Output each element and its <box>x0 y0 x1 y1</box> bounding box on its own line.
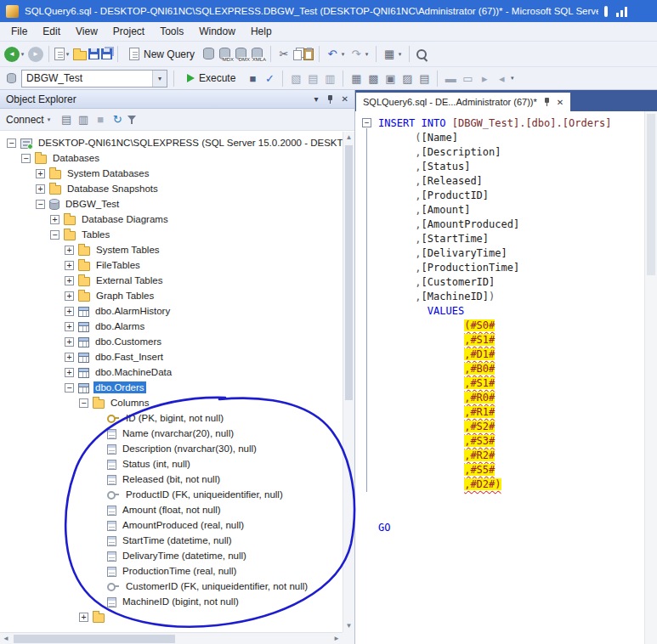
new-file-dropdown[interactable]: ▾ <box>64 46 71 63</box>
connect-button[interactable]: Connect ▾ <box>6 114 50 126</box>
disconnect-server-button[interactable]: ▥ <box>76 111 91 128</box>
tab-sqlquery6[interactable]: SQLQuery6.sql - DE...Administrator (67))… <box>356 93 570 111</box>
expand-icon[interactable]: + <box>65 368 74 377</box>
nav-back-button[interactable]: ◄ <box>4 47 20 62</box>
estimated-plan-button[interactable]: ▧ <box>288 70 303 87</box>
expand-icon[interactable]: + <box>65 307 74 316</box>
tree-item-filetables[interactable]: +FileTables <box>0 257 343 273</box>
scroll-left-icon[interactable]: ◄ <box>0 633 12 644</box>
nav-forward-button[interactable]: ► <box>28 47 43 62</box>
collapse-icon[interactable]: − <box>21 154 31 163</box>
undo-button[interactable]: ↶ <box>325 46 340 63</box>
live-stats-button[interactable]: ▩ <box>365 70 381 87</box>
collapse-icon[interactable]: − <box>36 200 45 209</box>
tree-item-dbo-orders[interactable]: −dbo.Orders <box>0 380 343 395</box>
toolbar-overflow-dropdown[interactable]: ▾ <box>508 70 516 87</box>
refresh-button[interactable]: ↻ <box>110 111 125 128</box>
expand-icon[interactable]: + <box>36 184 45 194</box>
tree-item-dbo-fast-insert[interactable]: +dbo.Fast_Insert <box>0 349 343 364</box>
signal-bars-icon[interactable] <box>616 6 627 17</box>
expand-icon[interactable]: + <box>65 291 74 301</box>
tree-item[interactable]: + <box>0 609 343 624</box>
expand-icon[interactable]: + <box>65 261 74 270</box>
indent-button[interactable]: ▸ <box>477 70 492 87</box>
query-options-button[interactable]: ▤ <box>305 70 320 87</box>
stop-button[interactable]: ■ <box>93 111 108 128</box>
tree-item-starttime-datetime-null[interactable]: StartTime (datetime, null) <box>0 533 343 548</box>
collapse-icon[interactable]: − <box>50 230 59 240</box>
menu-item-edit[interactable]: Edit <box>35 23 68 40</box>
expand-icon[interactable]: + <box>65 246 74 255</box>
expand-icon[interactable]: + <box>79 613 88 622</box>
tree-item-delivarytime-datetime-null[interactable]: DelivaryTime (datetime, null) <box>0 548 343 563</box>
parse-button[interactable]: ✓ <box>262 70 277 87</box>
cut-button[interactable]: ✂ <box>276 46 292 63</box>
save-all-button[interactable] <box>101 48 112 59</box>
uncomment-button[interactable]: ▭ <box>460 70 475 87</box>
tree-item-released-bit-not-null[interactable]: Released (bit, not null) <box>0 472 343 487</box>
expand-icon[interactable]: + <box>65 353 74 362</box>
expand-icon[interactable]: + <box>36 169 45 178</box>
code-editor[interactable]: − INSERT INTO [DBGW_Test].[dbo].[Orders]… <box>355 111 644 644</box>
redo-button[interactable]: ↷ <box>348 46 364 63</box>
tree-item-database-snapshots[interactable]: +Database Snapshots <box>0 181 343 196</box>
tree-item-customerid-fk-uniqueidentifier-n[interactable]: CustomerID (FK, uniqueidentifier, not nu… <box>0 579 343 594</box>
chevron-down-icon[interactable]: ▾ <box>314 94 319 104</box>
tree-item-desktop-qni61nc-sqlexpress-sql-s[interactable]: −DESKTOP-QNI61NC\SQLEXPRESS (SQL Server … <box>0 135 343 150</box>
expand-icon[interactable]: + <box>65 276 74 285</box>
paste-button[interactable] <box>303 48 314 60</box>
activity-monitor-button[interactable]: ▦ <box>382 46 397 63</box>
expand-icon[interactable]: + <box>50 215 59 224</box>
close-icon[interactable]: ✕ <box>557 98 564 107</box>
tree-item-graph-tables[interactable]: +Graph Tables <box>0 288 343 303</box>
tree-item-system-tables[interactable]: +System Tables <box>0 242 343 257</box>
menu-item-tools[interactable]: Tools <box>152 23 191 40</box>
object-explorer-horizontal-scrollbar[interactable]: ◄ ► <box>0 632 343 644</box>
save-button[interactable] <box>88 48 99 59</box>
outdent-button[interactable]: ◂ <box>494 70 509 87</box>
expand-icon[interactable]: + <box>65 322 74 331</box>
scroll-right-icon[interactable]: ► <box>331 633 343 644</box>
menu-item-file[interactable]: File <box>3 23 35 40</box>
tree-item-id-pk-bigint-not-null[interactable]: ID (PK, bigint, not null) <box>0 410 343 426</box>
toolbar-options-dropdown[interactable]: ▾ <box>396 46 404 63</box>
collapse-icon[interactable]: − <box>7 138 16 148</box>
database-engine-query-button[interactable] <box>202 46 217 62</box>
scroll-down-icon[interactable]: ▼ <box>343 620 354 632</box>
undo-dropdown[interactable]: ▾ <box>339 46 347 63</box>
filter-button[interactable] <box>127 114 139 126</box>
pin-icon[interactable] <box>543 97 551 107</box>
analysis-xmla-query-button[interactable]: XMLA <box>251 46 265 62</box>
tree-item-description-nvarchar-30-null[interactable]: Description (nvarchar(30), null) <box>0 441 343 456</box>
tree-item-name-nvarchar-20-null[interactable]: Name (nvarchar(20), null) <box>0 426 343 441</box>
results-to-file-button[interactable]: ▤ <box>416 70 432 87</box>
tree-item-database-diagrams[interactable]: +Database Diagrams <box>0 212 343 227</box>
results-to-text-button[interactable]: ▣ <box>382 70 398 87</box>
tree-item-external-tables[interactable]: +External Tables <box>0 273 343 288</box>
tree-item-databases[interactable]: −Databases <box>0 150 343 166</box>
tree-item-dbo-alarms[interactable]: +dbo.Alarms <box>0 319 343 334</box>
tree-item-dbo-machinedata[interactable]: +dbo.MachineData <box>0 364 343 380</box>
tree-item-dbgw-test[interactable]: −DBGW_Test <box>0 196 343 212</box>
object-explorer-vertical-scrollbar[interactable]: ▲ ▼ <box>343 132 354 632</box>
open-file-button[interactable] <box>73 51 87 60</box>
results-to-grid-button[interactable]: ▨ <box>399 70 415 87</box>
tree-item-dbo-customers[interactable]: +dbo.Customers <box>0 334 343 349</box>
sql-code[interactable]: INSERT INTO [DBGW_Test].[dbo].[Orders] (… <box>378 116 644 644</box>
pin-icon[interactable] <box>326 94 334 105</box>
tree-item-columns[interactable]: −Columns <box>0 395 343 410</box>
scrollbar-thumb[interactable] <box>345 145 353 400</box>
tree-item-system-databases[interactable]: +System Databases <box>0 166 343 181</box>
scrollbar-thumb[interactable] <box>14 635 175 643</box>
editor-vertical-scrollbar[interactable] <box>644 111 657 644</box>
connect-server-button[interactable]: ▤ <box>59 111 74 128</box>
new-query-button[interactable]: New Query <box>123 46 201 62</box>
expand-icon[interactable]: + <box>65 337 74 347</box>
menu-item-help[interactable]: Help <box>243 23 280 40</box>
execute-button[interactable]: Execute <box>180 71 242 86</box>
tree-item-productid-fk-uniqueidentifier-nu[interactable]: ProductID (FK, uniqueidentifier, null) <box>0 487 343 502</box>
analysis-mdx-query-button[interactable]: MDX <box>218 46 233 62</box>
menu-item-project[interactable]: Project <box>105 23 152 40</box>
collapse-icon[interactable]: − <box>79 398 88 408</box>
redo-dropdown[interactable]: ▾ <box>363 46 371 63</box>
